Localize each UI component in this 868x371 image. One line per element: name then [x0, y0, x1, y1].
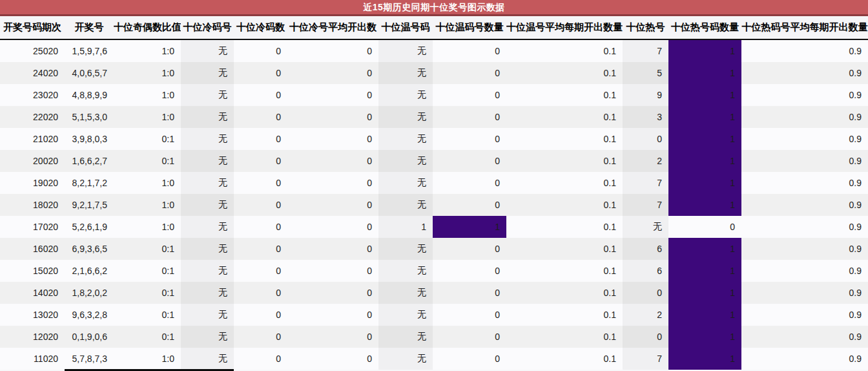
cell-warm_number: 无 [378, 326, 433, 348]
cell-warm_count: 0 [433, 260, 506, 282]
cell-cold_count: 0 [234, 150, 287, 172]
table-row: 120200,1,9,0,60:1无00无00.1010.9 [0, 326, 868, 348]
cell-warm_avg: 0.1 [506, 84, 623, 106]
cell-hot_number: 0 [623, 282, 668, 304]
cell-warm_number: 无 [378, 84, 433, 106]
cell-hot_number: 7 [623, 194, 668, 216]
cell-warm_count: 0 [433, 84, 506, 106]
cell-warm_avg: 0.1 [506, 62, 623, 84]
cell-hot_avg: 0.9 [741, 62, 868, 84]
cell-cold_avg: 0 [287, 194, 378, 216]
column-header-period: 开奖号码期次 [0, 16, 65, 39]
cell-cold_number: 无 [181, 150, 234, 172]
cell-hot_count: 1 [668, 348, 741, 370]
cell-winning_numbers: 5,1,5,3,0 [65, 106, 114, 128]
cell-warm_avg: 0.1 [506, 128, 623, 150]
cell-cold_avg: 0 [287, 84, 378, 106]
cell-hot_count: 1 [668, 260, 741, 282]
cell-hot_avg: 0.9 [741, 304, 868, 326]
cell-odd_even_ratio: 1:0 [114, 216, 181, 238]
table-row: 170205,2,6,1,91:0无00110.1无00.9 [0, 216, 868, 238]
cell-hot_count: 0 [668, 216, 741, 238]
cell-odd_even_ratio: 1:0 [114, 172, 181, 194]
cell-period: 13020 [0, 304, 65, 326]
cell-hot_number: 3 [623, 106, 668, 128]
cell-warm_number: 无 [378, 260, 433, 282]
cell-winning_numbers: 1,6,6,2,7 [65, 150, 114, 172]
cell-hot_avg: 0.9 [741, 238, 868, 260]
cell-warm_avg: 0.1 [506, 39, 623, 62]
cell-period: 23020 [0, 84, 65, 106]
cell-warm_number: 无 [378, 194, 433, 216]
cell-cold_count: 0 [234, 238, 287, 260]
cell-warm_avg: 0.1 [506, 260, 623, 282]
cell-cold_number: 无 [181, 128, 234, 150]
cell-period: 18020 [0, 194, 65, 216]
cell-hot_count: 1 [668, 62, 741, 84]
cell-warm_count: 0 [433, 172, 506, 194]
cell-warm_count: 0 [433, 128, 506, 150]
cell-warm_count: 0 [433, 39, 506, 62]
table-row: 180209,2,1,7,51:0无00无00.1710.9 [0, 194, 868, 216]
cell-hot_count: 1 [668, 84, 741, 106]
table-row: 200201,6,6,2,70:1无00无00.1210.9 [0, 150, 868, 172]
cell-warm_avg: 0.1 [506, 216, 623, 238]
cell-period: 25020 [0, 39, 65, 62]
table-row: 210203,9,8,0,30:1无00无00.1010.9 [0, 128, 868, 150]
cell-warm_number: 1 [378, 216, 433, 238]
cell-odd_even_ratio: 1:0 [114, 348, 181, 370]
cell-warm_avg: 0.1 [506, 194, 623, 216]
cell-hot_avg: 0.9 [741, 172, 868, 194]
column-header-odd_even_ratio: 十位奇偶数比值 [114, 16, 181, 39]
cell-cold_number: 无 [181, 304, 234, 326]
table-row: 230204,8,8,9,91:0无00无00.1910.9 [0, 84, 868, 106]
cell-period: 24020 [0, 62, 65, 84]
cell-cold_count: 0 [234, 128, 287, 150]
cell-period: 22020 [0, 106, 65, 128]
cell-hot_avg: 0.9 [741, 106, 868, 128]
cell-hot_number: 0 [623, 326, 668, 348]
cell-warm_number: 无 [378, 348, 433, 370]
cell-hot_avg: 0.9 [741, 282, 868, 304]
cell-cold_number: 无 [181, 282, 234, 304]
cell-hot_number: 0 [623, 128, 668, 150]
cell-winning_numbers: 5,7,8,7,3 [65, 348, 114, 370]
cell-cold_number: 无 [181, 260, 234, 282]
cell-period: 15020 [0, 260, 65, 282]
cell-cold_count: 0 [234, 194, 287, 216]
cell-warm_count: 0 [433, 304, 506, 326]
cell-winning_numbers: 2,1,6,6,2 [65, 260, 114, 282]
cell-cold_number: 无 [181, 62, 234, 84]
cell-hot_count: 1 [668, 304, 741, 326]
cell-winning_numbers: 3,9,8,0,3 [65, 128, 114, 150]
cell-odd_even_ratio: 0:1 [114, 304, 181, 326]
cell-cold_number: 无 [181, 216, 234, 238]
cell-warm_avg: 0.1 [506, 106, 623, 128]
cell-warm_avg: 0.1 [506, 150, 623, 172]
cell-cold_avg: 0 [287, 150, 378, 172]
cell-cold_number: 无 [181, 326, 234, 348]
cell-cold_avg: 0 [287, 216, 378, 238]
cell-cold_avg: 0 [287, 238, 378, 260]
cell-cold_count: 0 [234, 282, 287, 304]
table-header: 开奖号码期次开奖号十位奇偶数比值十位冷码号十位冷码数十位冷号平均开出数十位温号码… [0, 16, 868, 39]
cell-hot_count: 1 [668, 282, 741, 304]
lottery-data-table: 开奖号码期次开奖号十位奇偶数比值十位冷码号十位冷码数十位冷号平均开出数十位温号码… [0, 16, 868, 370]
cell-odd_even_ratio: 0:1 [114, 238, 181, 260]
cell-cold_number: 无 [181, 194, 234, 216]
cell-cold_count: 0 [234, 326, 287, 348]
table-row: 110205,7,8,7,31:0无00无00.1710.9 [0, 348, 868, 370]
cell-cold_count: 0 [234, 62, 287, 84]
cell-warm_count: 0 [433, 194, 506, 216]
cell-odd_even_ratio: 0:1 [114, 150, 181, 172]
cell-cold_avg: 0 [287, 172, 378, 194]
cell-hot_avg: 0.9 [741, 150, 868, 172]
cell-winning_numbers: 4,8,8,9,9 [65, 84, 114, 106]
table-row: 130209,6,3,2,80:1无00无00.1210.9 [0, 304, 868, 326]
column-header-hot_number: 十位热号 [623, 16, 668, 39]
cell-odd_even_ratio: 1:0 [114, 106, 181, 128]
cell-warm_number: 无 [378, 150, 433, 172]
cell-winning_numbers: 9,2,1,7,5 [65, 194, 114, 216]
cell-warm_number: 无 [378, 172, 433, 194]
cell-period: 20020 [0, 150, 65, 172]
